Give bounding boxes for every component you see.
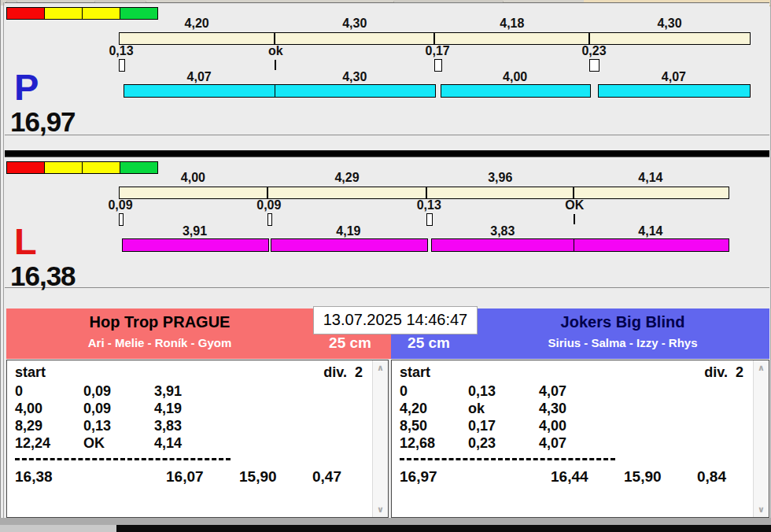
table-cell: ok <box>468 401 485 416</box>
dog-run-segment <box>431 238 575 252</box>
bottom-scrollbar[interactable] <box>0 518 771 532</box>
table-start-label: start <box>15 364 46 380</box>
dog-run-segment <box>124 84 276 98</box>
changeover-label: 0,13 <box>109 45 133 57</box>
table-cell: 4,07 <box>539 435 566 451</box>
traffic-light-3 <box>120 162 157 173</box>
flyball-timing-app: P 16,97 4,204,304,184,300,13ok0,170,234,… <box>0 0 771 532</box>
changeover-label: 0,09 <box>108 199 132 212</box>
traffic-light-0 <box>7 162 44 173</box>
totals-separator <box>15 458 231 460</box>
table-cell: 0,09 <box>83 383 111 399</box>
vertical-scrollbar[interactable]: ∧∨ <box>753 360 769 517</box>
dog-run-segment <box>598 84 751 98</box>
table-total-cell: 0,84 <box>697 469 726 485</box>
scroll-up-arrow-icon[interactable]: ∧ <box>373 364 388 372</box>
table-cell: 0,13 <box>468 383 496 399</box>
datetime-display: 13.07.2025 14:46:47 <box>313 306 478 334</box>
traffic-light-2 <box>82 8 120 19</box>
dog-time-label: 3,83 <box>490 225 515 238</box>
changeover-label: ok <box>268 45 283 57</box>
vertical-scrollbar[interactable]: ∧∨ <box>372 360 388 517</box>
window-left-border <box>0 0 1 518</box>
traffic-light-bar <box>6 7 158 20</box>
changeover-ok-tick <box>574 214 575 224</box>
scroll-down-arrow-icon[interactable]: ∨ <box>754 505 769 514</box>
horizontal-scrollbar-thumb[interactable] <box>0 525 116 532</box>
table-cell: 4,19 <box>154 401 182 416</box>
table-cell: 4,00 <box>539 418 566 434</box>
changeover-loss-marker <box>119 213 124 226</box>
split-time-label: 4,29 <box>334 172 359 184</box>
traffic-light-1 <box>44 162 82 173</box>
split-time-label: 4,14 <box>638 172 662 184</box>
table-cell: 0,17 <box>468 418 496 434</box>
split-time-label: 4,18 <box>500 17 524 30</box>
totals-separator <box>400 458 615 460</box>
team-header-left-center: Hop Trop PRAGUE Ari - Melie - Roník - Gy… <box>6 308 313 359</box>
table-cell: 3,91 <box>154 383 182 399</box>
lane-divider <box>5 150 769 157</box>
split-time-label: 4,30 <box>342 17 367 30</box>
changeover-loss-marker <box>434 59 442 72</box>
team-name-left: Hop Trop PRAGUE <box>6 313 313 331</box>
table-start-label: start <box>400 364 430 380</box>
table-total-cell: 16,97 <box>400 469 437 485</box>
dog-run-segment <box>574 238 729 252</box>
table-cell: 8,29 <box>15 418 42 434</box>
table-cell: 3,83 <box>154 418 182 434</box>
lane-panel-l: L 16,38 4,004,293,964,140,090,090,13OK3,… <box>5 157 769 288</box>
result-table-right: startdiv. 200,134,074,20ok4,308,500,174,… <box>391 360 769 518</box>
team-header-right-center: Jokers Big Blind Sirius - Salma - Izzy -… <box>476 308 769 359</box>
split-bar-tick <box>588 32 590 45</box>
dog-run-segment <box>441 84 591 98</box>
dog-run-segment <box>122 238 269 252</box>
table-total-cell: 16,44 <box>551 469 588 485</box>
split-bar-tick <box>267 187 268 199</box>
table-cell: 0,09 <box>83 401 111 416</box>
table-cell: OK <box>83 435 105 451</box>
changeover-label: 0,13 <box>417 199 441 212</box>
table-division-label: div. 2 <box>704 364 743 380</box>
lane-total-time-p: 16,97 <box>10 108 76 135</box>
jump-height-left: 25 cm <box>321 334 379 352</box>
lane-letter-l: L <box>14 223 37 260</box>
split-time-label: 4,20 <box>185 17 209 30</box>
changeover-label: OK <box>565 199 584 212</box>
team-members-left: Ari - Melie - Roník - Gyom <box>6 336 313 349</box>
split-bar <box>119 187 729 199</box>
split-bar-tick <box>573 187 574 199</box>
scroll-down-arrow-icon[interactable]: ∨ <box>373 505 388 514</box>
table-cell: 0,23 <box>468 435 496 451</box>
changeover-label: 0,23 <box>581 45 606 57</box>
table-total-cell: 0,47 <box>312 469 341 485</box>
table-cell: 4,30 <box>539 401 566 416</box>
dog-run-segment <box>275 84 436 98</box>
changeover-ok-tick <box>275 60 276 70</box>
table-cell: 4,07 <box>539 383 566 399</box>
dog-time-label: 4,00 <box>503 71 527 83</box>
split-time-label: 4,30 <box>657 17 681 30</box>
table-division-label: div. 2 <box>323 364 363 380</box>
table-cell: 0,13 <box>83 418 111 434</box>
changeover-loss-marker <box>119 59 125 72</box>
table-cell: 4,14 <box>154 435 182 451</box>
changeover-loss-marker <box>426 213 433 226</box>
lane-total-time-l: 16,38 <box>10 262 76 290</box>
dog-time-label: 4,07 <box>662 71 686 83</box>
table-cell: 8,50 <box>400 418 427 434</box>
table-total-cell: 15,90 <box>624 469 662 485</box>
split-bar-tick <box>426 187 427 199</box>
table-total-cell: 16,38 <box>15 469 53 485</box>
lane-panel-p: P 16,97 4,204,304,184,300,13ok0,170,234,… <box>5 2 769 135</box>
result-table-left: startdiv. 200,093,914,000,094,198,290,13… <box>6 360 389 518</box>
split-time-label: 4,00 <box>181 172 205 184</box>
dog-time-label: 4,14 <box>638 225 662 238</box>
table-total-cell: 16,07 <box>166 469 204 485</box>
window-left-inner-border <box>3 2 4 518</box>
scroll-up-arrow-icon[interactable]: ∧ <box>754 364 769 372</box>
split-bar-tick <box>274 32 275 45</box>
table-cell: 4,20 <box>400 401 427 416</box>
traffic-light-0 <box>7 8 44 19</box>
team-name-right: Jokers Big Blind <box>476 313 769 331</box>
